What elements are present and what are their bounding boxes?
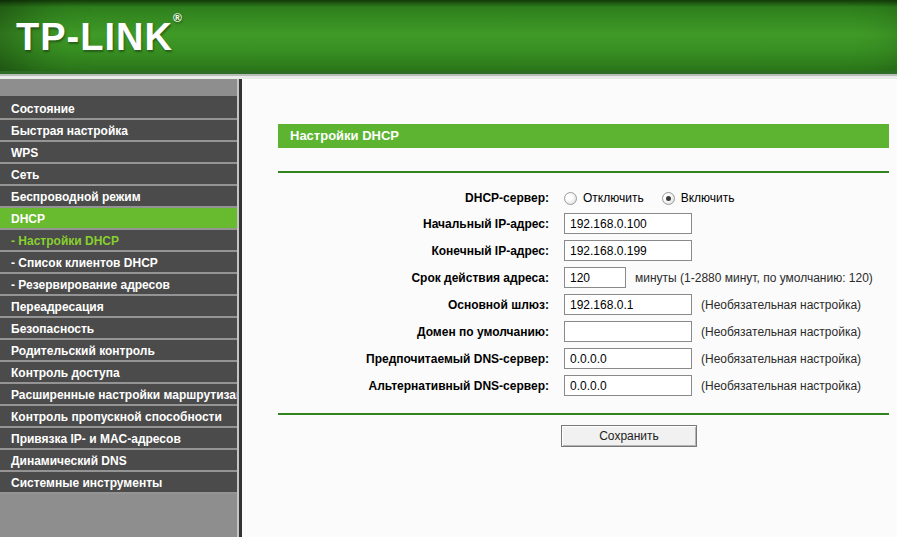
sidebar-item[interactable]: DHCP [0, 208, 237, 230]
field-input[interactable] [564, 348, 692, 369]
main-content: Настройки DHCP DHCP-сервер: Отключить Вк… [242, 79, 897, 537]
sidebar-item[interactable]: Сеть [0, 164, 237, 186]
field-hint: (Необязательная настройка) [701, 298, 861, 312]
form-row: Альтернативный DNS-сервер:(Необязательна… [242, 372, 897, 399]
form-row: Конечный IP-адрес: [242, 237, 897, 264]
sidebar-item[interactable]: Контроль доступа [0, 362, 237, 384]
field-input[interactable] [564, 294, 692, 315]
button-row: Сохранить [242, 425, 897, 447]
field-input[interactable] [564, 321, 692, 342]
field-label: Домен по умолчанию: [242, 325, 549, 339]
field-hint: минуты (1-2880 минут, по умолчанию: 120) [635, 271, 873, 285]
sidebar-item[interactable]: Безопасность [0, 318, 237, 340]
field-hint: (Необязательная настройка) [701, 325, 861, 339]
field-input[interactable] [564, 240, 692, 261]
form-row: Основной шлюз:(Необязательная настройка) [242, 291, 897, 318]
sidebar-item[interactable]: Состояние [0, 98, 237, 120]
dhcp-enable-radio[interactable] [662, 192, 675, 205]
form-row: Срок действия адреса:минуты (1-2880 мину… [242, 264, 897, 291]
field-input[interactable] [564, 267, 626, 288]
sidebar: СостояниеБыстрая настройкаWPSСетьБеспров… [0, 79, 237, 537]
dhcp-enable-radio-label: Включить [681, 191, 735, 205]
field-hint: (Необязательная настройка) [701, 379, 861, 393]
registered-mark: ® [173, 11, 182, 25]
sidebar-item[interactable]: Привязка IP- и MAC-адресов [0, 428, 237, 450]
sidebar-menu: СостояниеБыстрая настройкаWPSСетьБеспров… [0, 98, 237, 494]
page-title: Настройки DHCP [278, 124, 889, 148]
top-green-rule [278, 171, 889, 173]
field-label: Основной шлюз: [242, 298, 549, 312]
sidebar-item[interactable]: Переадресация [0, 296, 237, 318]
dhcp-form-fields: Начальный IP-адрес:Конечный IP-адрес:Сро… [242, 210, 897, 399]
field-label: Альтернативный DNS-сервер: [242, 379, 549, 393]
save-button[interactable]: Сохранить [561, 425, 697, 447]
field-label: Предпочитаемый DNS-сервер: [242, 352, 549, 366]
sidebar-item[interactable]: Быстрая настройка [0, 120, 237, 142]
dhcp-disable-radio-label: Отключить [583, 191, 644, 205]
sidebar-item[interactable]: Динамический DNS [0, 450, 237, 472]
dhcp-disable-radio[interactable] [564, 192, 577, 205]
sidebar-top-strip [0, 79, 237, 98]
field-label: Срок действия адреса: [242, 271, 549, 285]
sidebar-bottom-strip [0, 494, 237, 537]
sidebar-subitem[interactable]: - Резервирование адресов [0, 274, 237, 296]
sidebar-item[interactable]: Беспроводной режим [0, 186, 237, 208]
bottom-green-rule [278, 413, 889, 415]
form-row: Предпочитаемый DNS-сервер:(Необязательна… [242, 345, 897, 372]
field-label: Начальный IP-адрес: [242, 217, 549, 231]
sidebar-subitem[interactable]: - Список клиентов DHCP [0, 252, 237, 274]
dhcp-server-label: DHCP-сервер: [242, 191, 549, 205]
form-row: Начальный IP-адрес: [242, 210, 897, 237]
field-label: Конечный IP-адрес: [242, 244, 549, 258]
field-hint: (Необязательная настройка) [701, 352, 861, 366]
form-row: Домен по умолчанию:(Необязательная настр… [242, 318, 897, 345]
app-header: TP-LINK® [0, 0, 897, 71]
sidebar-item[interactable]: Контроль пропускной способности [0, 406, 237, 428]
field-input[interactable] [564, 213, 692, 234]
sidebar-item[interactable]: Расширенные настройки маршрутизац [0, 384, 237, 406]
tplink-logo: TP-LINK® [16, 11, 182, 59]
sidebar-subitem[interactable]: - Настройки DHCP [0, 230, 237, 252]
dhcp-form: DHCP-сервер: Отключить Включить Начальны… [242, 186, 897, 399]
dhcp-server-row: DHCP-сервер: Отключить Включить [242, 186, 897, 210]
sidebar-item[interactable]: WPS [0, 142, 237, 164]
sidebar-item[interactable]: Родительский контроль [0, 340, 237, 362]
sidebar-item[interactable]: Системные инструменты [0, 472, 237, 494]
field-input[interactable] [564, 375, 692, 396]
